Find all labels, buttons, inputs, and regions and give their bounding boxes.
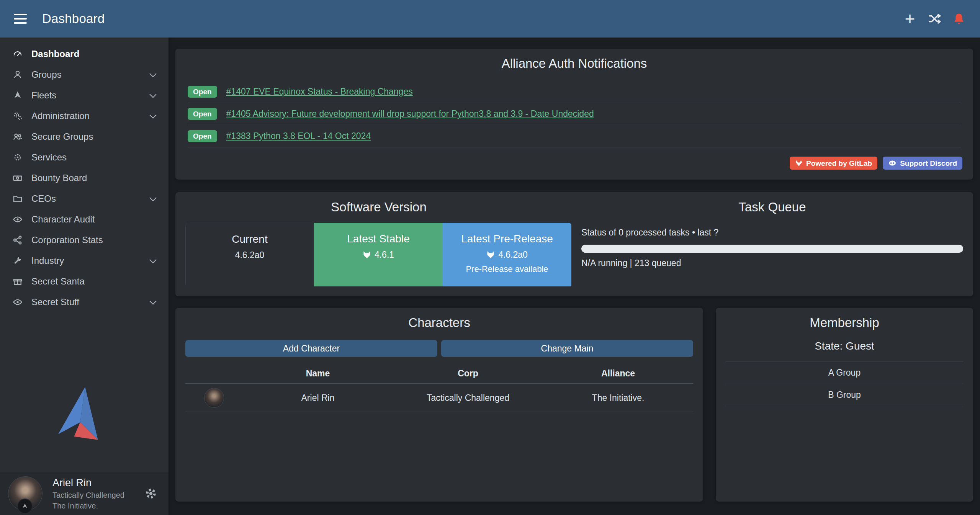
shuffle-icon[interactable] [927,11,942,26]
sidebar-item-character-audit[interactable]: Character Audit [0,209,169,230]
membership-group-row: A Group [726,361,963,384]
notification-row: Open #1407 EVE Equinox Status - Breaking… [188,81,961,103]
sidebar-item-label: Industry [31,255,64,266]
version-current-header: Current [186,233,314,245]
characters-table: Name Corp Alliance Ariel Rin Tactically … [185,365,693,412]
sidebar-item-label: Corporation Stats [31,235,103,245]
characters-title: Characters [185,316,693,330]
notification-link[interactable]: #1407 EVE Equinox Status - Breaking Chan… [226,87,413,97]
sidebar-item-label: Fleets [31,90,56,101]
corp-logo-badge [17,499,33,514]
user-panel: Ariel Rin Tactically Challenged The Init… [0,472,169,515]
sidebar-item-label: Bounty Board [31,173,87,183]
bell-icon[interactable] [952,11,966,26]
sidebar-item-label: Secret Stuff [31,297,79,307]
chevron-down-icon [149,298,156,304]
sidebar-item-bounty-board[interactable]: Bounty Board [0,168,169,188]
sidebar-item-label: Character Audit [31,214,95,225]
user-name: Ariel Rin [52,477,124,489]
sidebar-item-ceos[interactable]: CEOs [0,188,169,209]
top-navbar: Dashboard + [0,0,980,38]
status-badge: Open [188,86,217,98]
gear-icon[interactable] [145,487,157,500]
version-prerelease-value: 4.6.2a0 [498,250,528,260]
change-main-button[interactable]: Change Main [441,340,693,357]
sidebar-item-corporation-stats[interactable]: Corporation Stats [0,230,169,250]
sidebar-item-administration[interactable]: Administration [0,106,169,126]
chevron-down-icon [149,194,156,201]
chevron-down-icon [149,70,156,77]
gitlab-badge-label: Powered by GitLab [806,160,872,167]
sidebar-item-fleets[interactable]: Fleets [0,85,169,106]
status-badge: Open [188,108,217,120]
notification-row: Open #1383 Python 3.8 EOL - 14 Oct 2024 [188,125,961,147]
wrench-icon [12,255,23,266]
eye-icon [12,214,23,225]
add-character-button[interactable]: Add Character [185,340,437,357]
hamburger-menu-icon[interactable] [14,14,27,24]
alliance-auth-logo [56,385,113,442]
page-title: Dashboard [42,11,105,26]
plus-icon[interactable]: + [903,11,917,26]
membership-card: Membership State: Guest A Group B Group [716,308,973,502]
version-current-value: 4.6.2a0 [235,250,265,260]
sidebar-item-label: Secret Santa [31,276,85,287]
chevron-down-icon [149,91,156,98]
version-prerelease-header: Latest Pre-Release [443,233,571,245]
task-queue-progress-bar [581,245,963,253]
money-icon [12,173,23,183]
sidebar-item-services[interactable]: Services [0,147,169,168]
sidebar-item-label: CEOs [31,193,56,204]
membership-group-row: B Group [726,384,963,406]
notification-link[interactable]: #1383 Python 3.8 EOL - 14 Oct 2024 [226,131,371,141]
notifications-card: Alliance Auth Notifications Open #1407 E… [175,49,973,180]
software-version-title: Software Version [185,200,572,214]
sidebar-item-label: Groups [31,69,62,80]
character-alliance: The Initiative. [543,393,693,403]
gitlab-badge[interactable]: Powered by GitLab [790,157,877,170]
character-portrait [204,388,224,408]
table-header-corp: Corp [393,368,543,379]
table-row: Ariel Rin Tactically Challenged The Init… [185,384,693,412]
task-queue-title: Task Queue [581,200,963,214]
task-queue-counts: N/A running | 213 queued [581,258,963,268]
table-header-alliance: Alliance [543,368,693,379]
notification-row: Open #1405 Advisory: Future development … [188,103,961,125]
sidebar: Dashboard Groups Fleets Administration S… [0,38,169,515]
jet-icon [12,90,23,101]
notification-link[interactable]: #1405 Advisory: Future development will … [226,109,594,119]
sidebar-item-dashboard[interactable]: Dashboard [0,44,169,64]
membership-state: State: Guest [726,340,963,352]
sidebar-item-secret-santa[interactable]: Secret Santa [0,271,169,292]
wolf-icon [363,251,371,259]
user-corp: Tactically Challenged [52,491,124,500]
sidebar-item-groups[interactable]: Groups [0,64,169,85]
sidebar-item-secure-groups[interactable]: Secure Groups [0,126,169,147]
folder-icon [12,193,23,204]
gift-icon [12,276,23,287]
discord-icon [888,159,897,167]
characters-card: Characters Add Character Change Main Nam… [175,308,703,502]
main-content: Alliance Auth Notifications Open #1407 E… [169,38,980,515]
users-icon [12,131,23,142]
task-queue-status: Status of 0 processed tasks • last ? [581,227,963,238]
discord-badge-label: Support Discord [900,160,957,167]
chevron-down-icon [149,111,156,118]
table-header-name: Name [243,368,393,379]
discord-badge[interactable]: Support Discord [883,157,962,170]
user-alliance: The Initiative. [52,502,124,510]
version-stable-box: Latest Stable 4.6.1 [314,223,443,286]
membership-title: Membership [726,316,963,330]
chevron-down-icon [149,256,156,263]
version-current-box: Current 4.6.2a0 [185,223,314,286]
version-taskqueue-card: Software Version Current 4.6.2a0 Latest … [175,192,973,296]
share-icon [12,235,23,245]
gitlab-icon [795,159,803,167]
sidebar-item-label: Administration [31,111,90,121]
sidebar-item-secret-stuff[interactable]: Secret Stuff [0,292,169,312]
sidebar-item-label: Services [31,152,67,163]
notifications-title: Alliance Auth Notifications [185,56,963,71]
sidebar-item-industry[interactable]: Industry [0,250,169,271]
version-stable-value: 4.6.1 [375,250,394,260]
sidebar-item-label: Secure Groups [31,131,93,142]
